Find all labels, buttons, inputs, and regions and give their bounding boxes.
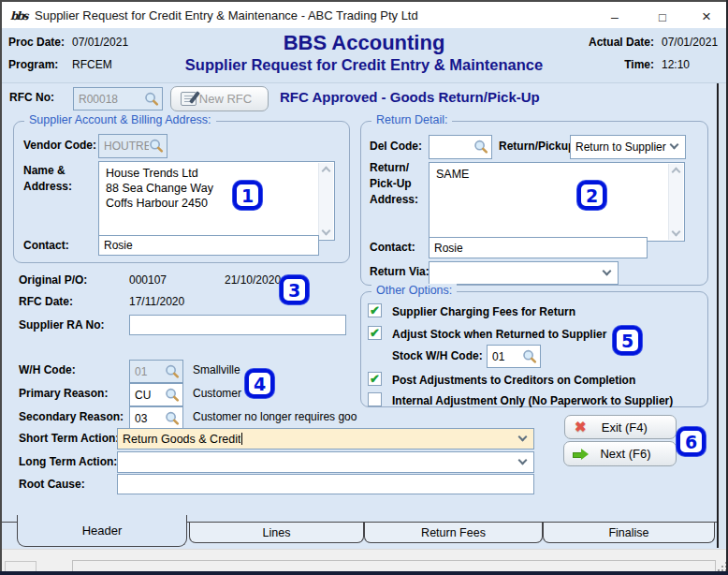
return-address-value: SAME: [436, 167, 665, 237]
wh-code-description: Smallville: [193, 363, 240, 376]
primary-reason-description: Customer: [193, 387, 241, 400]
annotation-4-marker: 4: [245, 369, 274, 398]
search-icon[interactable]: [522, 349, 537, 364]
annotation-2-marker: 2: [577, 181, 606, 210]
return-contact-label: Contact:: [370, 241, 415, 254]
del-code-field[interactable]: [429, 135, 492, 159]
annotation-6-marker: 6: [677, 427, 706, 456]
root-cause-field[interactable]: [117, 474, 534, 494]
exit-button[interactable]: ✖ Exit (F4): [564, 415, 677, 439]
tab-lines-label: Lines: [263, 526, 291, 539]
rfc-status-text: RFC Approved - Goods Return/Pick-Up: [280, 89, 540, 105]
original-po-label: Original P/O:: [19, 273, 87, 287]
search-icon[interactable]: [165, 411, 180, 426]
time-value: 12:10: [662, 58, 690, 71]
time-label: Time:: [561, 58, 654, 71]
status-bar: [2, 549, 726, 571]
supplier-ra-field[interactable]: [129, 315, 346, 335]
return-address-textarea[interactable]: SAME: [429, 162, 685, 242]
short-term-action-select[interactable]: Return Goods & Credit: [117, 428, 534, 450]
name-address-value: House Trends Ltd 88 Sea Change Way Coffs…: [106, 166, 315, 236]
title-bar: bbs Supplier Request for Credit Entry & …: [2, 2, 726, 28]
adjust-stock-checkbox[interactable]: ✔: [368, 326, 382, 340]
search-icon[interactable]: [149, 139, 164, 154]
new-document-icon: [181, 92, 197, 106]
rfc-no-value: R00018: [79, 93, 144, 106]
window-border-top: [0, 0, 728, 2]
scroll-down-icon[interactable]: [672, 228, 681, 237]
adjust-stock-label: Adjust Stock when Returned to Supplier: [392, 328, 606, 341]
app-logo-icon: bbs: [10, 7, 29, 25]
chevron-down-icon: [670, 140, 679, 150]
new-rfc-button[interactable]: New RFC: [170, 86, 269, 111]
return-detail-group: Return Detail: Del Code: Return/Pickup: …: [360, 121, 708, 286]
annotation-3-marker: 3: [280, 275, 309, 304]
tab-header[interactable]: Header: [17, 515, 187, 547]
search-icon[interactable]: [165, 364, 180, 379]
green-arrow-icon: [573, 449, 589, 460]
name-address-textarea[interactable]: House Trends Ltd 88 Sea Change Way Coffs…: [98, 161, 335, 241]
supplier-contact-value: Rosie: [104, 239, 315, 252]
window-title: Supplier Request for Credit Entry & Main…: [35, 8, 418, 22]
search-icon[interactable]: [144, 92, 159, 107]
rfc-no-field[interactable]: R00018: [73, 87, 163, 111]
rfc-date-value: 17/11/2020: [129, 295, 184, 308]
secondary-reason-field[interactable]: 03: [129, 406, 183, 430]
stock-wh-code-field[interactable]: 01: [487, 345, 541, 368]
post-adjustments-checkbox[interactable]: ✔: [368, 372, 382, 386]
scrollbar[interactable]: [668, 164, 683, 240]
return-pickup-select[interactable]: Return to Supplier: [570, 135, 686, 159]
frame-edge: [717, 83, 719, 548]
return-pickup-value: Return to Supplier: [575, 140, 666, 154]
post-adjustments-label: Post Adjustments to Creditors on Complet…: [392, 374, 635, 387]
tab-header-label: Header: [82, 523, 123, 538]
supplier-contact-field[interactable]: Rosie: [98, 235, 319, 256]
vendor-code-label: Vendor Code:: [23, 139, 96, 152]
original-po-date: 21/10/2020: [225, 273, 281, 287]
chevron-down-icon: [518, 432, 528, 441]
return-contact-field[interactable]: Rosie: [429, 237, 648, 258]
stock-wh-code-label: Stock W/H Code:: [392, 349, 483, 362]
next-button[interactable]: Next (F6): [563, 441, 677, 466]
supplier-charging-fees-label: Supplier Charging Fees for Return: [392, 305, 575, 318]
scrollbar[interactable]: [318, 163, 333, 239]
supplier-group: Supplier Account & Billing Address: Vend…: [13, 121, 350, 263]
name-address-label: Name & Address:: [23, 163, 72, 195]
app-window: { "window": { "title": "Supplier Request…: [0, 0, 728, 575]
long-term-action-label: Long Term Action:: [19, 455, 117, 468]
other-options-group: Other Options: ✔ Supplier Charging Fees …: [360, 291, 708, 407]
original-po-number: 000107: [129, 273, 167, 287]
secondary-reason-code: 03: [135, 412, 165, 425]
minimize-button[interactable]: –: [594, 4, 635, 30]
supplier-group-legend: Supplier Account & Billing Address:: [24, 113, 216, 126]
short-term-action-value: Return Goods & Credit: [123, 433, 240, 446]
wh-code-field[interactable]: 01: [129, 360, 183, 383]
internal-adjustment-checkbox[interactable]: [368, 392, 382, 406]
maximize-button[interactable]: □: [642, 4, 683, 30]
rfc-no-label: RFC No:: [9, 91, 54, 104]
exit-button-label: Exit (F4): [587, 420, 676, 435]
long-term-action-select[interactable]: [117, 451, 534, 473]
return-pickup-label: Return/Pickup:: [499, 140, 578, 153]
return-via-label: Return Via:: [370, 265, 430, 278]
scroll-up-icon[interactable]: [322, 167, 331, 176]
supplier-charging-fees-checkbox[interactable]: ✔: [368, 303, 382, 317]
vendor-code-field[interactable]: HOUTRE: [98, 134, 167, 158]
supplier-ra-label: Supplier RA No:: [19, 318, 105, 332]
tab-lines[interactable]: Lines: [189, 523, 364, 543]
return-contact-value: Rosie: [434, 242, 644, 255]
text-caret: [241, 433, 242, 445]
return-via-select[interactable]: [429, 261, 619, 285]
search-icon[interactable]: [473, 140, 488, 155]
scroll-down-icon[interactable]: [322, 227, 331, 236]
primary-reason-field[interactable]: CU: [129, 383, 183, 406]
rfc-date-label: RFC Date:: [19, 295, 73, 308]
close-button[interactable]: ×: [686, 4, 727, 30]
search-icon[interactable]: [165, 388, 180, 403]
tab-return-fees[interactable]: Return Fees: [364, 523, 543, 543]
tab-finalise[interactable]: Finalise: [543, 523, 715, 543]
window-gutter: [719, 83, 726, 548]
wh-code-value: 01: [135, 365, 165, 378]
scroll-up-icon[interactable]: [672, 168, 681, 177]
chevron-down-icon: [518, 455, 528, 464]
